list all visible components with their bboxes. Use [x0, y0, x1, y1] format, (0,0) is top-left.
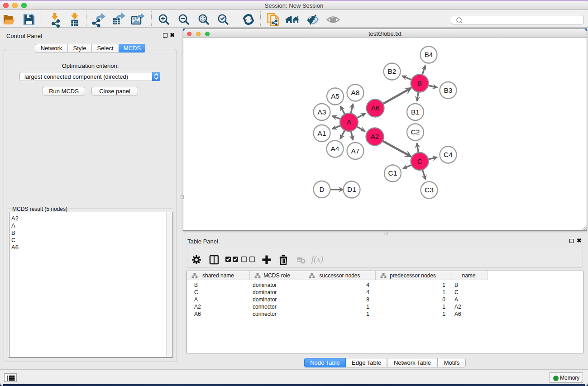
svg-text:f(x): f(x) — [311, 254, 323, 264]
svg-text:D: D — [319, 186, 324, 193]
svg-text:A8: A8 — [351, 89, 360, 96]
svg-text:B: B — [417, 79, 422, 87]
svg-text:A3: A3 — [318, 108, 326, 116]
svg-text:C4: C4 — [444, 151, 453, 158]
svg-text:C2: C2 — [411, 128, 420, 136]
svg-text:A5: A5 — [331, 92, 339, 100]
svg-text:D1: D1 — [347, 186, 356, 193]
svg-text:C1: C1 — [388, 169, 397, 177]
svg-text:A7: A7 — [351, 147, 360, 155]
svg-text:A6: A6 — [371, 104, 380, 112]
svg-text:B3: B3 — [444, 86, 453, 94]
svg-text:A: A — [347, 118, 352, 126]
svg-text:C3: C3 — [425, 186, 434, 194]
svg-text:B1: B1 — [411, 108, 420, 116]
svg-text:B2: B2 — [388, 67, 397, 75]
svg-text:A1: A1 — [318, 129, 326, 137]
svg-text:B4: B4 — [425, 51, 433, 58]
svg-text:A4: A4 — [331, 145, 339, 152]
svg-text:A2: A2 — [371, 133, 379, 140]
svg-text:C: C — [417, 157, 422, 165]
